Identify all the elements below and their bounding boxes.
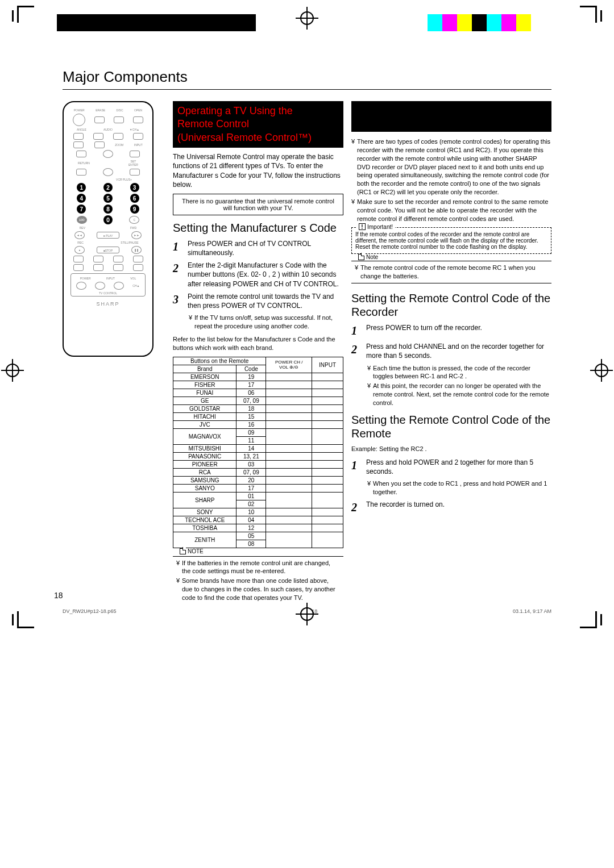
- table-row: FISHER17: [173, 381, 343, 389]
- intro-bullet: There are two types of codes (remote con…: [351, 137, 551, 197]
- step-note: If the TV turns on/off, setup was succes…: [189, 314, 343, 331]
- table-row: SANYO17: [173, 484, 343, 492]
- note-box: NOTE If the batteries in the remote cont…: [173, 553, 343, 607]
- remote-control-diagram: POWERERASEDISCOPEN ANGLEAUDIO▼CH▲ ZOOMIN…: [63, 101, 154, 357]
- table-row: MITSUBISHI14: [173, 444, 343, 452]
- subheading-manufacturers-code: Setting the Manufacturer s Code: [173, 221, 343, 235]
- section-heading-remote-codes: [351, 101, 551, 132]
- note-box-short: Note The remote control code of the remo…: [351, 258, 551, 286]
- top-registration-bar: [23, 11, 591, 45]
- density-bar: [57, 14, 256, 31]
- important-box: !Important! If the remote control codes …: [351, 227, 551, 254]
- table-row: TOSHIBA12: [173, 524, 343, 532]
- step-number: 3: [173, 292, 183, 310]
- table-row: RCA07, 09: [173, 468, 343, 476]
- note-icon: [180, 548, 186, 554]
- step-text: Press and hold CHANNEL and on the record…: [366, 342, 551, 360]
- step-bullet: When you set the code to RC1 , press and…: [367, 479, 551, 496]
- step-text: The recorder is turned on.: [366, 500, 445, 515]
- footer-timestamp: 03.1.14, 9:17 AM: [513, 608, 551, 614]
- step-text: Press POWER to turn off the recorder.: [366, 323, 482, 339]
- table-row: EMERSON19: [173, 373, 343, 381]
- intro-text: The Universal Remote Control may operate…: [173, 152, 343, 189]
- page-title: Major Components: [63, 68, 551, 90]
- table-row: PIONEER03: [173, 460, 343, 468]
- disclaimer-box: There is no guarantee that the universal…: [173, 194, 343, 215]
- manufacturer-code-table: Buttons on the Remote POWER CH /VOL ⊕/⊖ …: [173, 357, 343, 548]
- table-row: HITACHI15: [173, 412, 343, 420]
- intro-bullet: Make sure to set the recorder and remote…: [351, 198, 551, 223]
- center-registration-mark: [300, 11, 314, 27]
- step-number: 2: [351, 342, 362, 360]
- page-number: 18: [54, 591, 63, 600]
- table-row: JVC16: [173, 420, 343, 428]
- step-number: 1: [173, 239, 183, 257]
- footer-filename: DV_RW2U#p12-18.p65: [63, 608, 116, 614]
- table-row: PANASONIC13, 21: [173, 452, 343, 460]
- table-intro-text: Refer to the list below for the Manufact…: [173, 335, 343, 352]
- important-icon: !: [359, 223, 366, 230]
- step-bullet: At this point, the recorder can no longe…: [367, 382, 551, 407]
- step-bullet: Each time the button is pressed, the cod…: [367, 364, 551, 381]
- step-text: Press and hold POWER and 2 together for …: [366, 458, 551, 476]
- step-text: Enter the 2-digit Manufacturer s Code wi…: [188, 261, 343, 289]
- bottom-registration-mark: [300, 607, 314, 623]
- step-number: 2: [351, 500, 362, 515]
- table-row: SAMSUNG20: [173, 476, 343, 484]
- table-row: SONY10: [173, 508, 343, 516]
- table-row: GE07, 09: [173, 397, 343, 404]
- table-row: TECHNOL ACE04: [173, 516, 343, 524]
- subheading-recorder-code: Setting the Remote Control Code of the R…: [351, 291, 551, 319]
- remote-brand-label: SHARP: [68, 301, 148, 307]
- step-text: Press POWER and CH of TV CONTROL simulta…: [188, 239, 343, 257]
- example-text: Example: Setting the RC2 .: [351, 445, 551, 453]
- note-icon: [358, 254, 364, 260]
- step-number: 1: [351, 458, 362, 476]
- step-number: 2: [173, 261, 183, 289]
- note-item: The remote control code of the remote be…: [355, 264, 548, 281]
- subheading-remote-code: Setting the Remote Control Code of the R…: [351, 413, 551, 440]
- step-number: 1: [351, 323, 362, 339]
- table-row: GOLDSTAR18: [173, 404, 343, 412]
- color-bar: [413, 14, 546, 31]
- note-item: Some brands have more than one code list…: [176, 577, 340, 602]
- step-text: Point the remote control unit towards th…: [188, 292, 343, 310]
- note-item: If the batteries in the remote control u…: [176, 559, 340, 576]
- table-row: FUNAI06: [173, 389, 343, 397]
- section-heading-tv-remote: Operating a TV Using the Remote Control …: [173, 101, 343, 148]
